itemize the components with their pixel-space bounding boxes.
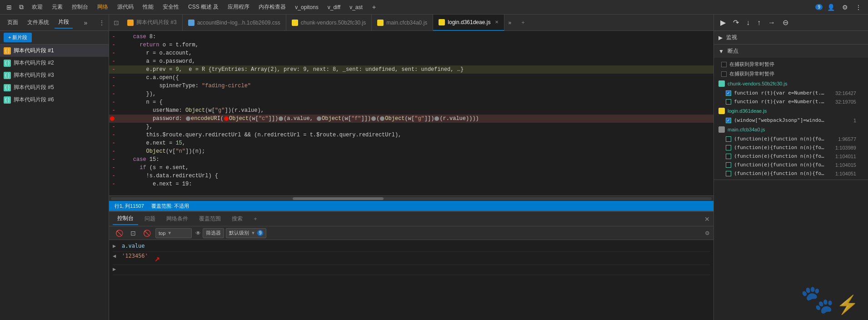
expand-arrow[interactable]: ▶	[113, 243, 119, 249]
menu-console[interactable]: 控制台	[68, 1, 92, 13]
code-line: - }),	[109, 90, 713, 98]
editor-tab-login[interactable]: login.d361deae.js ✕	[433, 15, 504, 31]
pause-exception-checkbox[interactable]	[721, 62, 727, 67]
file-icon-main	[718, 126, 725, 133]
sidebar-item-snippet3[interactable]: { } 脚本代码片段 #3	[0, 69, 109, 81]
pause-caught-checkbox[interactable]	[721, 71, 727, 77]
bp-checkbox[interactable]: ✓	[726, 90, 731, 96]
editor-split-icon[interactable]: ⊡	[111, 17, 122, 28]
settings-icon[interactable]: ⚙	[839, 2, 851, 13]
bottom-tab-search[interactable]: 搜索	[227, 213, 247, 225]
bp-main-2[interactable]: (function(e){function n(n){for(var r,a,i…	[714, 143, 868, 152]
resume-button[interactable]: ▶	[718, 17, 728, 28]
snippet-tab-icon	[127, 20, 134, 26]
menu-memory[interactable]: 内存检查器	[255, 1, 289, 13]
editor-tab-main[interactable]: main.cfcb34a0.js	[372, 15, 433, 31]
bp-checkbox-main3[interactable]	[726, 154, 731, 159]
step-over-button[interactable]: ↷	[730, 17, 742, 28]
editor-tab-vendors[interactable]: chunk-vendors.50b2fc30.js	[286, 15, 372, 31]
watch-section-header[interactable]: ▶ 监视	[714, 31, 868, 44]
pause-on-exception-row[interactable]: 在捕获到异常时暂停	[714, 60, 868, 69]
horizontal-scrollbar[interactable]	[109, 195, 713, 201]
totoro-icon: 🐾	[800, 283, 834, 315]
deactivate-breakpoints-button[interactable]: ⊖	[780, 17, 791, 28]
sidebar-item-snippet2[interactable]: { } 脚本代码片段 #2	[0, 57, 109, 69]
sidebar-tab-snippets[interactable]: 片段	[55, 16, 73, 29]
console-line-prompt[interactable]: ▶	[113, 265, 710, 275]
bp-checkbox[interactable]	[726, 99, 731, 105]
bp-vendors-2[interactable]: function r(t){var e=Number(t.version.spl…	[714, 97, 868, 106]
sidebar-tab-more-icon[interactable]: »	[84, 19, 88, 26]
code-line: - e.next = 15,	[109, 139, 713, 147]
toggle-sidebar-button[interactable]: ⊡	[128, 229, 139, 238]
step-into-button[interactable]: ↓	[743, 18, 753, 28]
menu-vdiff[interactable]: v_diff	[324, 2, 344, 12]
bp-vendors-1[interactable]: ✓ function r(t){var e=Number(t.version.s…	[714, 89, 868, 97]
bottom-tab-issues[interactable]: 问题	[140, 213, 160, 225]
pause-on-caught-row[interactable]: 在捕获到异常时暂停	[714, 69, 868, 79]
sidebar-tab-page[interactable]: 页面	[4, 17, 22, 28]
bottom-tab-console[interactable]: 控制台	[113, 213, 138, 225]
menu-security[interactable]: 安全性	[159, 1, 183, 13]
bottom-tab-coverage[interactable]: 覆盖范围	[195, 213, 225, 225]
step-button[interactable]: →	[765, 18, 778, 28]
menu-network[interactable]: 网络	[94, 1, 112, 13]
bp-line-main3: 1:104011	[835, 154, 856, 159]
more-tabs-icon[interactable]: »	[504, 20, 515, 26]
log-level-dropdown[interactable]: 默认级别 ▼ 9	[226, 228, 266, 238]
menu-css[interactable]: CSS 概述 及	[185, 1, 222, 13]
menu-perf[interactable]: 性能	[139, 1, 157, 13]
context-dropdown-icon[interactable]: ▼	[167, 230, 172, 235]
filter-icon-button[interactable]: 🚫	[140, 229, 154, 238]
breakpoints-section-header[interactable]: ▼ 断点	[714, 45, 868, 58]
bp-checkbox-main5[interactable]	[726, 171, 731, 176]
bp-line-main1: 1:96577	[838, 136, 856, 142]
bp-main-3[interactable]: (function(e){function n(n){for(var r,a,i…	[714, 152, 868, 160]
add-panel-icon[interactable]: ＋	[249, 213, 262, 225]
new-snippet-button[interactable]: + 新片段	[4, 33, 32, 42]
bp-checkbox-main1[interactable]	[726, 136, 731, 142]
bp-main-5[interactable]: (function(e){function n(n){for(var r,a,i…	[714, 169, 868, 178]
sidebar-item-snippet1[interactable]: { } 脚本代码片段 #1	[0, 45, 109, 57]
menu-app[interactable]: 应用程序	[224, 1, 253, 13]
sidebar-tab-filesystem[interactable]: 文件系统	[24, 17, 53, 28]
context-selector[interactable]: top ▼	[155, 228, 192, 238]
bp-main-1[interactable]: (function(e){function n(n){for(var r,a,i…	[714, 135, 868, 143]
menu-source[interactable]: 源代码	[114, 1, 137, 13]
sidebar-item-snippet5[interactable]: { } 脚本代码片段 #5	[0, 81, 109, 94]
menu-welcome[interactable]: 欢迎	[28, 1, 46, 13]
bp-checkbox-main4[interactable]	[726, 162, 731, 168]
menu-vast[interactable]: v_ast	[346, 2, 366, 12]
bp-login-1[interactable]: ✓ (window["webpackJsonp"]=window["webpac…	[714, 116, 868, 125]
sidebar-tab-menu-icon[interactable]: ⋮	[99, 19, 105, 26]
code-scroll-area[interactable]: - case 8: - return o = t.form, - r = o.a…	[109, 31, 713, 195]
code-line: - this.$route.query.redirectUrl && (n.re…	[109, 131, 713, 139]
user-icon[interactable]: 👤	[824, 2, 838, 13]
menu-elements[interactable]: 元素	[48, 1, 66, 13]
add-file-icon[interactable]: ＋	[517, 17, 529, 28]
editor-tab-snippet3[interactable]: 脚本代码片段 #3	[122, 15, 183, 31]
step-out-button[interactable]: ↑	[754, 18, 763, 28]
console-settings-icon[interactable]: ⚙	[705, 230, 710, 236]
more-icon[interactable]: ⋮	[853, 2, 864, 13]
bp-main-4[interactable]: (function(e){function n(n){for(var r,a,i…	[714, 160, 868, 169]
bp-checkbox-login[interactable]: ✓	[726, 118, 731, 123]
bp-code: function r(t){var e=Number(t.version.spl…	[734, 99, 825, 105]
clear-console-button[interactable]: 🚫	[113, 229, 126, 238]
copy-icon[interactable]: ⧉	[16, 1, 26, 13]
layers-icon[interactable]: ⊞	[4, 2, 15, 13]
code-line-highlighted: - e.prev = 9, e = R {tryEntries: Array(2…	[109, 65, 713, 74]
close-panel-icon[interactable]: ✕	[704, 215, 710, 223]
sidebar-item-snippet6[interactable]: { } 脚本代码片段 #6	[0, 94, 109, 106]
bottom-tab-network-conditions[interactable]: 网络条件	[162, 213, 193, 225]
menu-voptions[interactable]: v_opitons	[291, 2, 322, 12]
filter-input[interactable]: 筛选器	[203, 228, 224, 238]
add-tab-icon[interactable]: ＋	[368, 1, 380, 13]
eye-icon[interactable]: 👁	[195, 230, 201, 236]
bp-checkbox-main2[interactable]	[726, 145, 731, 150]
editor-tab-css[interactable]: accountBind~log...h.1c6b2609.css	[183, 15, 286, 31]
close-tab-icon[interactable]: ✕	[495, 20, 499, 25]
console-toolbar: 🚫 ⊡ 🚫 top ▼ 👁 筛选器 默认级别 ▼ 9 ⚙	[109, 226, 713, 240]
sidebar: 页面 文件系统 片段 » ⋮ + 新片段 { } 脚本代码片段 #1 { } 脚…	[0, 15, 109, 320]
file-icon	[718, 80, 725, 87]
